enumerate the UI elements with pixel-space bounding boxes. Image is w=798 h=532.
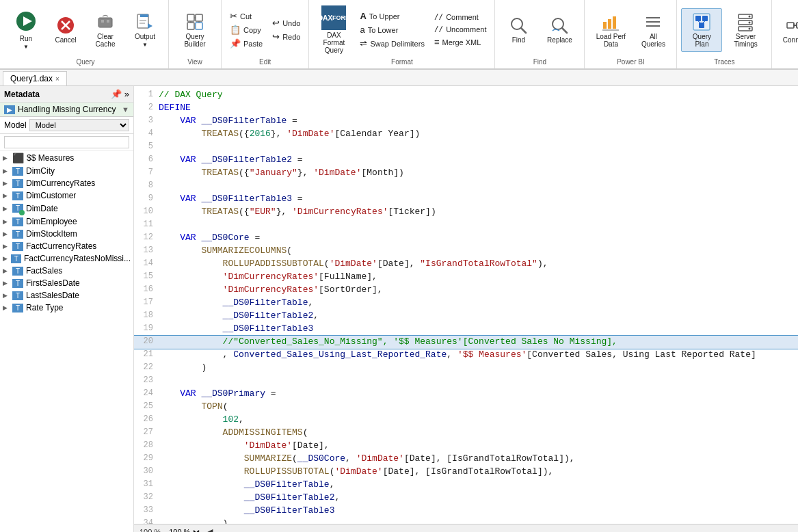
connect-button[interactable]: Connect	[776, 8, 798, 52]
tree-item-factcurrencyratesnomissing[interactable]: ▶ T FactCurrencyRatesNoMissi...	[0, 252, 133, 265]
clear-cache-button[interactable]: ClearCache	[86, 8, 124, 52]
output-button[interactable]: Output ▼	[126, 8, 164, 52]
ratetype-icon: T	[12, 304, 23, 312]
token-str: 'DimDate'	[356, 453, 404, 464]
svg-rect-6	[101, 20, 104, 23]
all-queries-button[interactable]: AllQueries	[634, 8, 672, 52]
find-button[interactable]: Find	[499, 8, 537, 52]
doc-tab-query1[interactable]: Query1.dax ×	[3, 71, 67, 85]
line-content: //"Converted_Sales_No_Missing", '$$ Meas…	[159, 336, 798, 349]
clear-cache-label: ClearCache	[96, 33, 116, 48]
tree-item-dimcity[interactable]: ▶ T DimCity	[0, 165, 133, 177]
line-content: VAR __DS0Primary =	[159, 388, 798, 401]
dimdate-expand: ▶	[3, 205, 10, 212]
token-op: ),	[159, 518, 233, 524]
replace-label: Replace	[547, 36, 572, 44]
search-input[interactable]	[4, 136, 129, 148]
token-op: =	[292, 155, 303, 165]
svg-marker-12	[148, 23, 152, 29]
merge-xml-button[interactable]: ≡ Merge XML	[430, 36, 491, 49]
merge-xml-icon: ≡	[434, 37, 440, 47]
token-op: [Date], [IsGrandTotalRowTotal]),	[404, 453, 575, 464]
sidebar-model: Model Model	[0, 117, 133, 134]
code-line-27: 27 ADDMISSINGITEMS(	[134, 427, 798, 440]
dimcustomer-label: DimCustomer	[26, 191, 76, 200]
selected-table-bar: ▶ Handling Missing Currency ▼	[0, 103, 133, 117]
code-line-17: 17 __DS0FilterTable,	[134, 297, 798, 310]
load-perf-button[interactable]: Load PerfData	[589, 8, 633, 52]
line-content: DEFINE	[159, 102, 798, 115]
token-op: },	[271, 129, 287, 139]
tree-item-firstsalesdate[interactable]: ▶ T FirstSalesDate	[0, 277, 133, 289]
factcurrencyrates-expand: ▶	[3, 243, 10, 250]
model-select[interactable]: Model	[29, 119, 129, 131]
server-timings-button[interactable]: ServerTimings	[723, 8, 767, 52]
tree-item-measures[interactable]: ▶ ⬛ $$ Measures	[0, 151, 133, 165]
to-upper-button[interactable]: A To Upper	[356, 10, 428, 23]
doc-tab-close[interactable]: ×	[55, 75, 59, 83]
pin-icon[interactable]: 📌	[111, 89, 122, 99]
server-timings-icon	[736, 12, 755, 31]
tree-item-dimcustomer[interactable]: ▶ T DimCustomer	[0, 189, 133, 202]
tree-item-ratetype[interactable]: ▶ T Rate Type	[0, 302, 133, 314]
edit-buttons: ✂ Cut 📋 Copy 📌 Paste ↩ Undo	[226, 3, 304, 57]
sidebar-expand-icon[interactable]: »	[124, 89, 129, 99]
tree-item-lastsalesdate[interactable]: ▶ T LastSalesDate	[0, 289, 133, 302]
tree-item-factcurrencyrates[interactable]: ▶ T FactCurrencyRates	[0, 240, 133, 252]
code-line-24: 24 VAR __DS0Primary =	[134, 388, 798, 401]
connect-icon	[786, 16, 798, 35]
code-line-13: 13 SUMMARIZECOLUMNS(	[134, 245, 798, 258]
tree-item-factsales[interactable]: ▶ T FactSales	[0, 265, 133, 277]
token-str: 'DimDate'	[287, 129, 334, 139]
token-kw: VAR	[159, 116, 196, 126]
cut-button[interactable]: ✂ Cut	[226, 10, 267, 23]
line-content: // DAX Query	[159, 89, 798, 102]
line-number: 24	[134, 388, 159, 399]
scroll-indicator[interactable]: ◀	[207, 527, 213, 532]
redo-icon: ↪	[272, 31, 280, 42]
editor-area: 1// DAX Query2DEFINE3 VAR __DS0FilterTab…	[134, 86, 798, 532]
cancel-label: Cancel	[55, 36, 76, 44]
line-number: 13	[134, 245, 159, 256]
run-button[interactable]: Run ▼	[7, 8, 45, 53]
token-kw: VAR	[159, 388, 196, 399]
traces-group-label: Traces	[714, 57, 734, 66]
token-op: (	[292, 453, 297, 464]
format-group-label: Format	[391, 57, 413, 66]
cancel-button[interactable]: Cancel	[46, 8, 85, 52]
tree-item-dimemployee[interactable]: ▶ T DimEmployee	[0, 215, 133, 228]
paste-icon: 📌	[230, 38, 241, 49]
selected-table-icon: ▶	[4, 105, 15, 114]
query-builder-button[interactable]: QueryBuilder	[173, 8, 217, 52]
zoom-select[interactable]: 100 % 75 % 125 %	[166, 527, 202, 533]
dax-format-button[interactable]: DAXFORM DAX FormatQuery	[313, 3, 354, 57]
lastsalesdate-expand: ▶	[3, 292, 10, 299]
redo-button[interactable]: ↪ Redo	[268, 30, 304, 43]
line-content: TOPN(	[159, 401, 798, 414]
comment-button[interactable]: // Comment	[430, 11, 491, 23]
selected-table-chevron[interactable]: ▼	[122, 105, 129, 114]
query-plan-button[interactable]: QueryPlan	[681, 8, 722, 52]
token-op: [Date], [IsGrandTotalRowTotal]),	[383, 466, 554, 477]
swap-delimiters-button[interactable]: ⇌ Swap Delimiters	[356, 37, 428, 50]
svg-rect-14	[196, 14, 202, 21]
replace-button[interactable]: Replace	[539, 8, 580, 52]
to-lower-button[interactable]: a To Lower	[356, 23, 428, 36]
token-fn: ADDMISSINGITEMS	[159, 427, 303, 438]
code-line-10: 10 TREATAS({"EUR"}, 'DimCurrencyRates'[T…	[134, 206, 798, 219]
code-editor[interactable]: 1// DAX Query2DEFINE3 VAR __DS0FilterTab…	[134, 86, 798, 524]
token-op: ({	[239, 207, 250, 217]
line-number: 9	[134, 193, 159, 204]
copy-button[interactable]: 📋 Copy	[226, 23, 267, 36]
tree-item-dimcurrencyrates[interactable]: ▶ T DimCurrencyRates	[0, 177, 133, 189]
line-content: 'DimDate'[Date],	[159, 440, 798, 453]
undo-button[interactable]: ↩ Undo	[268, 16, 304, 29]
line-number: 25	[134, 401, 159, 412]
line-number: 5	[134, 141, 159, 152]
undo-label: Undo	[282, 19, 300, 27]
replace-icon	[550, 16, 569, 35]
tree-item-dimstockitem[interactable]: ▶ T DimStockItem	[0, 228, 133, 240]
paste-button[interactable]: 📌 Paste	[226, 37, 267, 50]
tree-item-dimdate[interactable]: ▶ T DimDate	[0, 202, 133, 215]
uncomment-button[interactable]: // Uncomment	[430, 23, 491, 35]
